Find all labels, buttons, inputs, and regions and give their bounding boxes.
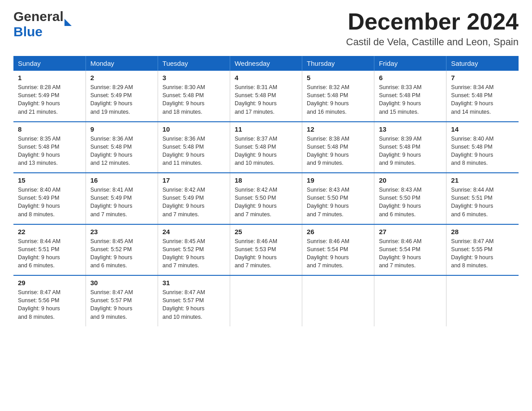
day-info: Sunrise: 8:43 AMSunset: 5:50 PMDaylight:… xyxy=(379,186,442,218)
calendar-cell: 27 Sunrise: 8:46 AMSunset: 5:54 PMDaylig… xyxy=(374,224,446,276)
day-info: Sunrise: 8:42 AMSunset: 5:50 PMDaylight:… xyxy=(235,186,297,218)
day-info: Sunrise: 8:45 AMSunset: 5:52 PMDaylight:… xyxy=(163,237,225,270)
day-number: 6 xyxy=(379,74,442,81)
day-number: 31 xyxy=(163,279,225,287)
logo-blue-text: Blue xyxy=(13,24,43,39)
page-header: General Blue December 2024 Castil de Vel… xyxy=(13,9,519,48)
calendar-cell: 10 Sunrise: 8:36 AMSunset: 5:48 PMDaylig… xyxy=(158,122,230,173)
title-block: December 2024 Castil de Vela, Castille a… xyxy=(346,9,519,48)
header-wednesday: Wednesday xyxy=(230,56,302,71)
calendar-cell: 12 Sunrise: 8:38 AMSunset: 5:48 PMDaylig… xyxy=(302,122,374,173)
day-info: Sunrise: 8:43 AMSunset: 5:50 PMDaylight:… xyxy=(307,186,369,218)
calendar-cell xyxy=(230,275,302,326)
day-number: 10 xyxy=(163,125,225,133)
calendar-cell: 21 Sunrise: 8:44 AMSunset: 5:51 PMDaylig… xyxy=(446,173,519,224)
day-info: Sunrise: 8:39 AMSunset: 5:48 PMDaylight:… xyxy=(379,135,442,167)
header-sunday: Sunday xyxy=(13,56,86,71)
day-info: Sunrise: 8:38 AMSunset: 5:48 PMDaylight:… xyxy=(307,135,369,167)
header-monday: Monday xyxy=(86,56,158,71)
day-number: 25 xyxy=(235,228,297,235)
day-number: 11 xyxy=(235,125,297,133)
calendar-header-row: SundayMondayTuesdayWednesdayThursdayFrid… xyxy=(13,56,519,71)
calendar-week-2: 8 Sunrise: 8:35 AMSunset: 5:48 PMDayligh… xyxy=(13,122,519,173)
calendar-cell: 22 Sunrise: 8:44 AMSunset: 5:51 PMDaylig… xyxy=(13,224,86,276)
calendar-cell: 28 Sunrise: 8:47 AMSunset: 5:55 PMDaylig… xyxy=(446,224,519,276)
day-info: Sunrise: 8:45 AMSunset: 5:52 PMDaylight:… xyxy=(90,237,153,270)
day-info: Sunrise: 8:46 AMSunset: 5:54 PMDaylight:… xyxy=(379,237,442,270)
day-info: Sunrise: 8:41 AMSunset: 5:49 PMDaylight:… xyxy=(90,186,153,218)
day-info: Sunrise: 8:46 AMSunset: 5:54 PMDaylight:… xyxy=(307,237,369,270)
day-number: 12 xyxy=(307,125,369,133)
header-thursday: Thursday xyxy=(302,56,374,71)
day-number: 9 xyxy=(90,125,153,133)
day-info: Sunrise: 8:40 AMSunset: 5:48 PMDaylight:… xyxy=(451,135,514,167)
page-title: December 2024 xyxy=(346,9,519,34)
calendar-cell: 19 Sunrise: 8:43 AMSunset: 5:50 PMDaylig… xyxy=(302,173,374,224)
day-number: 24 xyxy=(163,228,225,235)
day-info: Sunrise: 8:35 AMSunset: 5:48 PMDaylight:… xyxy=(18,135,81,167)
day-info: Sunrise: 8:44 AMSunset: 5:51 PMDaylight:… xyxy=(18,237,81,270)
day-info: Sunrise: 8:40 AMSunset: 5:49 PMDaylight:… xyxy=(18,186,81,218)
calendar-cell: 23 Sunrise: 8:45 AMSunset: 5:52 PMDaylig… xyxy=(86,224,158,276)
day-number: 15 xyxy=(18,176,81,184)
calendar-cell: 13 Sunrise: 8:39 AMSunset: 5:48 PMDaylig… xyxy=(374,122,446,173)
day-number: 16 xyxy=(90,176,153,184)
day-number: 8 xyxy=(18,125,81,133)
calendar-cell: 25 Sunrise: 8:46 AMSunset: 5:53 PMDaylig… xyxy=(230,224,302,276)
calendar-cell: 7 Sunrise: 8:34 AMSunset: 5:48 PMDayligh… xyxy=(446,71,519,122)
calendar-cell: 26 Sunrise: 8:46 AMSunset: 5:54 PMDaylig… xyxy=(302,224,374,276)
day-number: 3 xyxy=(163,74,225,81)
day-info: Sunrise: 8:31 AMSunset: 5:48 PMDaylight:… xyxy=(235,83,297,116)
calendar-week-1: 1 Sunrise: 8:28 AMSunset: 5:49 PMDayligh… xyxy=(13,71,519,122)
day-number: 21 xyxy=(451,176,514,184)
day-info: Sunrise: 8:32 AMSunset: 5:48 PMDaylight:… xyxy=(307,83,369,116)
logo: General Blue xyxy=(13,9,72,39)
calendar-cell: 9 Sunrise: 8:36 AMSunset: 5:48 PMDayligh… xyxy=(86,122,158,173)
calendar-cell xyxy=(374,275,446,326)
day-info: Sunrise: 8:28 AMSunset: 5:49 PMDaylight:… xyxy=(18,83,81,116)
day-info: Sunrise: 8:37 AMSunset: 5:48 PMDaylight:… xyxy=(235,135,297,167)
logo-general-text: General xyxy=(13,9,64,24)
day-info: Sunrise: 8:47 AMSunset: 5:55 PMDaylight:… xyxy=(451,237,514,270)
calendar-table: SundayMondayTuesdayWednesdayThursdayFrid… xyxy=(13,56,519,326)
day-number: 26 xyxy=(307,228,369,235)
day-number: 28 xyxy=(451,228,514,235)
calendar-cell: 24 Sunrise: 8:45 AMSunset: 5:52 PMDaylig… xyxy=(158,224,230,276)
day-number: 29 xyxy=(18,279,81,287)
calendar-cell: 15 Sunrise: 8:40 AMSunset: 5:49 PMDaylig… xyxy=(13,173,86,224)
day-info: Sunrise: 8:34 AMSunset: 5:48 PMDaylight:… xyxy=(451,83,514,116)
day-number: 22 xyxy=(18,228,81,235)
day-number: 30 xyxy=(90,279,153,287)
day-number: 7 xyxy=(451,74,514,81)
day-number: 27 xyxy=(379,228,442,235)
day-info: Sunrise: 8:30 AMSunset: 5:48 PMDaylight:… xyxy=(163,83,225,116)
calendar-cell: 5 Sunrise: 8:32 AMSunset: 5:48 PMDayligh… xyxy=(302,71,374,122)
header-saturday: Saturday xyxy=(446,56,519,71)
header-friday: Friday xyxy=(374,56,446,71)
calendar-cell: 4 Sunrise: 8:31 AMSunset: 5:48 PMDayligh… xyxy=(230,71,302,122)
calendar-cell: 17 Sunrise: 8:42 AMSunset: 5:49 PMDaylig… xyxy=(158,173,230,224)
day-info: Sunrise: 8:47 AMSunset: 5:57 PMDaylight:… xyxy=(163,288,225,321)
calendar-week-5: 29 Sunrise: 8:47 AMSunset: 5:56 PMDaylig… xyxy=(13,275,519,326)
calendar-cell: 29 Sunrise: 8:47 AMSunset: 5:56 PMDaylig… xyxy=(13,275,86,326)
day-number: 4 xyxy=(235,74,297,81)
day-info: Sunrise: 8:29 AMSunset: 5:49 PMDaylight:… xyxy=(90,83,153,116)
calendar-cell: 31 Sunrise: 8:47 AMSunset: 5:57 PMDaylig… xyxy=(158,275,230,326)
day-info: Sunrise: 8:44 AMSunset: 5:51 PMDaylight:… xyxy=(451,186,514,218)
calendar-cell: 30 Sunrise: 8:47 AMSunset: 5:57 PMDaylig… xyxy=(86,275,158,326)
day-info: Sunrise: 8:36 AMSunset: 5:48 PMDaylight:… xyxy=(90,135,153,167)
day-number: 23 xyxy=(90,228,153,235)
calendar-cell: 20 Sunrise: 8:43 AMSunset: 5:50 PMDaylig… xyxy=(374,173,446,224)
calendar-week-4: 22 Sunrise: 8:44 AMSunset: 5:51 PMDaylig… xyxy=(13,224,519,276)
day-number: 2 xyxy=(90,74,153,81)
day-info: Sunrise: 8:47 AMSunset: 5:57 PMDaylight:… xyxy=(90,288,153,321)
calendar-cell xyxy=(446,275,519,326)
calendar-cell: 3 Sunrise: 8:30 AMSunset: 5:48 PMDayligh… xyxy=(158,71,230,122)
day-info: Sunrise: 8:47 AMSunset: 5:56 PMDaylight:… xyxy=(18,288,81,321)
day-number: 19 xyxy=(307,176,369,184)
day-number: 13 xyxy=(379,125,442,133)
calendar-cell: 2 Sunrise: 8:29 AMSunset: 5:49 PMDayligh… xyxy=(86,71,158,122)
calendar-cell: 16 Sunrise: 8:41 AMSunset: 5:49 PMDaylig… xyxy=(86,173,158,224)
calendar-cell: 1 Sunrise: 8:28 AMSunset: 5:49 PMDayligh… xyxy=(13,71,86,122)
header-tuesday: Tuesday xyxy=(158,56,230,71)
